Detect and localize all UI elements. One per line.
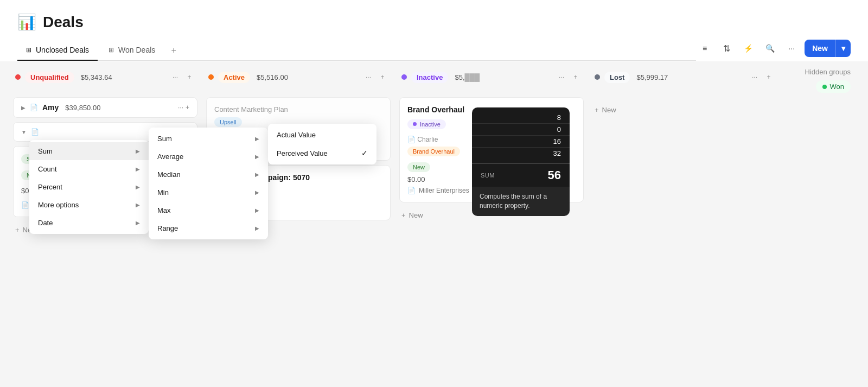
- mid-max-chevron: ▶: [255, 207, 259, 213]
- menu-more-options[interactable]: More options ▶: [29, 196, 149, 214]
- new-button-caret[interactable]: ▾: [835, 40, 851, 57]
- mid-sum-label: Sum: [157, 135, 172, 143]
- search-button[interactable]: 🔍: [761, 40, 778, 57]
- unqualified-add[interactable]: +: [183, 71, 195, 83]
- percent-label: Percent: [38, 183, 62, 191]
- inactive-status-dot: [413, 122, 417, 126]
- inactive-status: Inactive: [407, 119, 446, 129]
- inactive-status-label: Inactive: [420, 121, 441, 128]
- mid-range[interactable]: Range ▶: [149, 219, 268, 237]
- lost-more[interactable]: ···: [749, 71, 761, 83]
- mid-avg-chevron: ▶: [255, 154, 259, 160]
- active-more[interactable]: ···: [362, 71, 374, 83]
- percent-chevron: ▶: [136, 184, 140, 190]
- add-tab-button[interactable]: +: [166, 43, 181, 58]
- unqualified-more[interactable]: ···: [169, 71, 181, 83]
- unqualified-label: Unqualified: [25, 72, 74, 83]
- mid-min[interactable]: Min ▶: [149, 183, 268, 201]
- inactive-add[interactable]: +: [570, 71, 582, 83]
- mid-menu: Sum ▶ Average ▶ Median ▶ Min ▶ Max ▶ Ran…: [149, 128, 268, 239]
- amy-row[interactable]: ▶ 📄 Amy $39,850.00 ··· +: [13, 97, 197, 118]
- lost-add[interactable]: +: [763, 71, 775, 83]
- more-options-button[interactable]: ···: [783, 40, 800, 57]
- actual-value-option[interactable]: Actual Value: [268, 126, 376, 144]
- automation-button[interactable]: ⚡: [739, 40, 757, 57]
- count-label: Count: [38, 165, 57, 173]
- tab-label-won: Won Deals: [118, 46, 155, 54]
- mid-sum[interactable]: Sum ▶: [149, 130, 268, 148]
- perceived-label: Perceived Value: [277, 149, 328, 157]
- add-icon3: +: [595, 106, 599, 114]
- lost-dot: [595, 74, 600, 80]
- sum-row-1: 8: [472, 112, 570, 124]
- mid-sum-chevron: ▶: [255, 136, 259, 142]
- mid-min-label: Min: [157, 188, 169, 196]
- lost-add-new[interactable]: + New: [592, 97, 777, 123]
- active-amount: $5,516.00: [257, 73, 288, 81]
- amy-name: Amy: [42, 103, 59, 112]
- mid-avg-label: Average: [157, 153, 183, 161]
- filter-icon: ≡: [703, 44, 707, 53]
- menu-count[interactable]: Count ▶: [29, 160, 149, 178]
- inactive-dot: [401, 74, 407, 80]
- won-dot: [822, 85, 827, 89]
- mid-max[interactable]: Max ▶: [149, 201, 268, 219]
- amy-amount: $39,850.00: [65, 104, 100, 112]
- more-options-chevron: ▶: [136, 202, 140, 208]
- active-add[interactable]: +: [376, 71, 388, 83]
- menu-date[interactable]: Date ▶: [29, 214, 149, 232]
- mid-max-label: Max: [157, 206, 171, 214]
- inactive-more[interactable]: ···: [556, 71, 567, 83]
- perceived-check: ✓: [361, 149, 368, 157]
- actual-label: Actual Value: [277, 131, 316, 139]
- new-button[interactable]: New ▾: [805, 40, 851, 57]
- sum-chevron: ▶: [136, 148, 140, 154]
- new-button-label: New: [805, 40, 835, 57]
- tab-icon-unclosed: ⊞: [26, 46, 31, 54]
- date-label: Date: [38, 219, 53, 227]
- company-icon3: 📄: [407, 187, 416, 194]
- sum-popup: 8 0 16 32 SUM 56 Computes the sum of a n…: [472, 107, 570, 216]
- menu-sum[interactable]: Sum ▶: [29, 142, 149, 160]
- amy-add[interactable]: +: [186, 104, 189, 111]
- left-menu: Sum ▶ Count ▶ Percent ▶ More options ▶ D…: [29, 140, 149, 234]
- upsell-tag: Upsell: [214, 117, 242, 127]
- sum-label: Sum: [38, 147, 53, 155]
- sum-row-4: 32: [472, 148, 570, 159]
- hidden-groups-label: Hidden groups: [805, 68, 851, 76]
- inactive-label: Inactive: [411, 72, 448, 83]
- brand-new-tag: New: [407, 162, 430, 172]
- deals-icon: 📊: [17, 13, 36, 31]
- tab-unclosed-deals[interactable]: ⊞ Unclosed Deals: [17, 40, 98, 61]
- sort-button[interactable]: ⇅: [718, 40, 735, 57]
- mid-median[interactable]: Median ▶: [149, 166, 268, 183]
- tab-icon-won: ⊞: [108, 46, 114, 54]
- sum-label-text: SUM: [481, 172, 495, 179]
- content-title: Content Marketing Plan: [214, 105, 382, 113]
- filter-button[interactable]: ≡: [696, 40, 713, 57]
- active-label: Active: [218, 72, 250, 83]
- mid-min-chevron: ▶: [255, 189, 259, 195]
- won-badge[interactable]: Won: [816, 80, 851, 93]
- amy-more[interactable]: ···: [178, 104, 183, 111]
- perceived-value-option[interactable]: Perceived Value ✓: [268, 144, 376, 162]
- tab-won-deals[interactable]: ⊞ Won Deals: [100, 40, 164, 61]
- mid-med-chevron: ▶: [255, 172, 259, 177]
- sub-menu: Actual Value Perceived Value ✓: [268, 124, 376, 164]
- brand-tag: Brand Overhaul: [407, 147, 460, 156]
- won-label: Won: [830, 83, 845, 91]
- sort-icon: ⇅: [723, 43, 730, 54]
- search-icon: 🔍: [765, 44, 775, 53]
- more-options-label: More options: [38, 201, 79, 209]
- more-icon: ···: [788, 44, 795, 53]
- mid-average[interactable]: Average ▶: [149, 148, 268, 166]
- active-dot: [208, 74, 214, 80]
- expand-icon-b: ▼: [21, 129, 27, 135]
- menu-percent[interactable]: Percent ▶: [29, 178, 149, 196]
- inactive-amount: $5,███: [455, 73, 480, 81]
- sum-row-3: 16: [472, 136, 570, 148]
- mid-range-label: Range: [157, 224, 178, 232]
- group-b-doc-icon: 📄: [31, 128, 39, 136]
- mid-range-chevron: ▶: [255, 225, 259, 231]
- sum-value: 56: [548, 168, 561, 182]
